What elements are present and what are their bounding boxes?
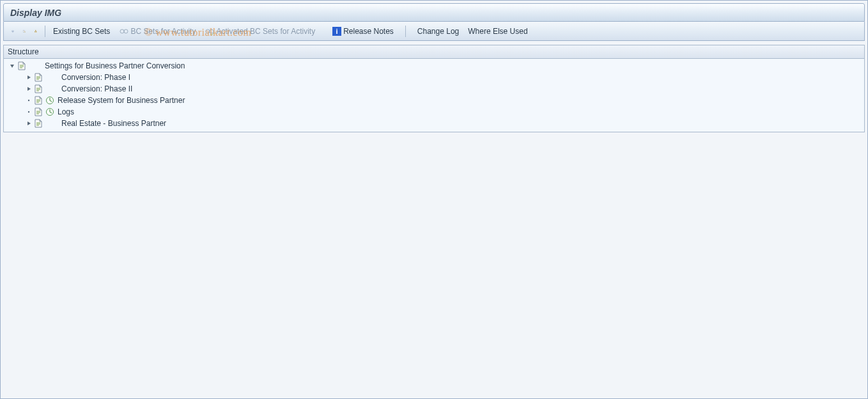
bc-sets-for-activity-label: BC Sets for Activity xyxy=(130,27,196,36)
svg-rect-5 xyxy=(36,31,37,32)
tree-item-release-system[interactable]: Release System for Business Partner xyxy=(4,95,864,106)
change-log-button[interactable]: Change Log xyxy=(414,24,463,38)
tree-item-logs[interactable]: Logs xyxy=(4,106,864,118)
svg-rect-4 xyxy=(35,31,36,32)
tree-item-phase-2[interactable]: Conversion: Phase II xyxy=(4,83,864,95)
toolbar: Existing BC Sets BC Sets for Activity Ac… xyxy=(3,22,865,41)
structure-header-label: Structure xyxy=(8,47,39,56)
expand-icon[interactable] xyxy=(26,74,32,81)
release-notes-button[interactable]: i Release Notes xyxy=(328,24,398,38)
release-notes-label: Release Notes xyxy=(343,27,394,36)
where-else-used-button[interactable]: Where Else Used xyxy=(464,24,531,38)
svg-text:i: i xyxy=(336,27,338,35)
svg-point-13 xyxy=(28,100,29,101)
tree-item-label: Release System for Business Partner xyxy=(56,96,185,105)
toolbar-separator xyxy=(405,26,406,37)
app-window: Display IMG Existing BC Sets BC Sets for… xyxy=(1,1,867,398)
tree-root-label: Settings for Business Partner Conversion xyxy=(40,61,185,70)
document-icon[interactable] xyxy=(17,61,27,71)
existing-bc-sets-button[interactable]: Existing BC Sets xyxy=(49,24,114,38)
leaf-bullet-icon xyxy=(26,97,32,104)
collapse-icon[interactable] xyxy=(9,63,15,69)
tree-item-label: Real Estate - Business Partner xyxy=(56,119,166,128)
window-title-bar: Display IMG xyxy=(3,3,865,22)
expand-icon[interactable] xyxy=(26,120,32,127)
tree-item-label: Conversion: Phase II xyxy=(56,84,132,93)
find-icon[interactable] xyxy=(19,26,29,36)
document-icon[interactable] xyxy=(33,118,43,129)
bc-sets-for-activity-button: BC Sets for Activity xyxy=(115,24,199,38)
document-icon[interactable] xyxy=(33,84,43,94)
expand-all-icon[interactable] xyxy=(8,26,18,36)
document-icon[interactable] xyxy=(33,95,43,106)
leaf-bullet-icon xyxy=(26,109,32,115)
tree-container: Settings for Business Partner Conversion… xyxy=(3,59,865,132)
svg-line-2 xyxy=(25,32,26,33)
toolbar-separator xyxy=(45,26,45,37)
tree-root-row[interactable]: Settings for Business Partner Conversion xyxy=(4,60,864,72)
document-icon[interactable] xyxy=(33,107,43,117)
structure-panel: Structure Settings for Business Partner … xyxy=(3,45,865,398)
svg-rect-3 xyxy=(36,30,36,31)
svg-point-15 xyxy=(28,111,29,113)
tree-item-phase-1[interactable]: Conversion: Phase I xyxy=(4,72,864,83)
expand-icon[interactable] xyxy=(26,86,32,92)
svg-point-9 xyxy=(206,29,210,33)
hierarchy-icon[interactable] xyxy=(31,26,41,36)
svg-point-7 xyxy=(124,29,128,33)
window-title: Display IMG xyxy=(10,8,61,18)
glasses-check-icon xyxy=(205,26,215,36)
info-icon: i xyxy=(332,26,342,36)
execute-clock-icon[interactable] xyxy=(45,95,55,106)
tree-item-label: Conversion: Phase I xyxy=(56,73,130,82)
structure-header: Structure xyxy=(3,45,865,59)
svg-point-10 xyxy=(210,29,213,33)
glasses-icon xyxy=(119,26,129,36)
tree-item-label: Logs xyxy=(56,107,74,116)
document-icon[interactable] xyxy=(33,72,43,82)
execute-clock-icon[interactable] xyxy=(45,107,55,117)
activated-bc-sets-button: Activated BC Sets for Activity xyxy=(201,24,319,38)
tree-item-real-estate[interactable]: Real Estate - Business Partner xyxy=(4,118,864,129)
activated-bc-sets-label: Activated BC Sets for Activity xyxy=(216,27,315,36)
svg-point-6 xyxy=(120,29,124,33)
